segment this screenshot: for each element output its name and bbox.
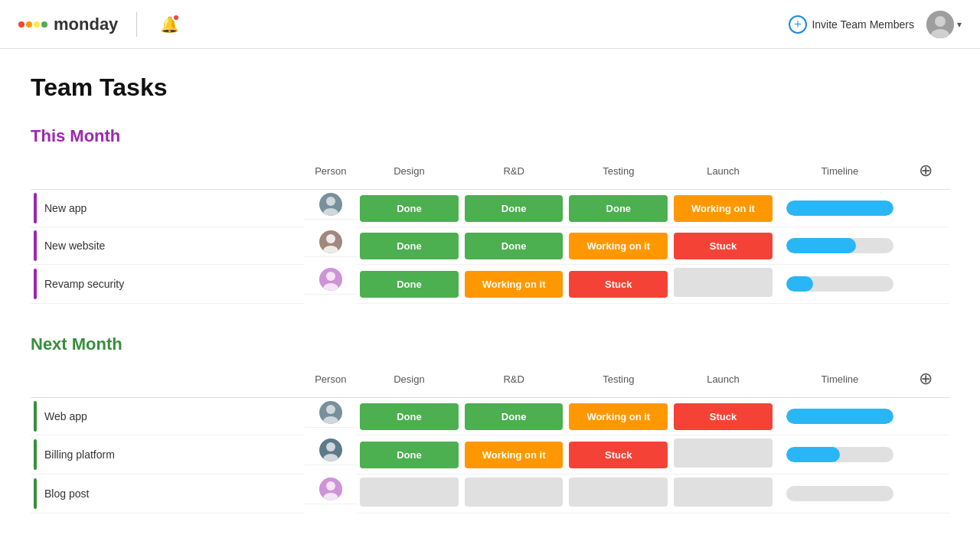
user-avatar-wrap[interactable]: ▾ [926, 11, 962, 38]
launch-status-cell[interactable]: Working on it [671, 190, 776, 227]
col-header-launch: Launch [671, 360, 776, 398]
col-header-launch: Launch [671, 152, 776, 190]
svg-point-13 [326, 405, 335, 414]
table-row: Billing platform Done Wo [31, 435, 949, 474]
rnd-status-cell[interactable]: Done [462, 190, 567, 227]
status-working-badge: Working on it [674, 195, 773, 222]
timeline-bar-container [786, 276, 893, 292]
section-title-this-month: This Month [31, 126, 120, 146]
task-name-cell: Web app [31, 398, 305, 435]
section-this-month: This Month Person Design R&D Testing Lau… [31, 126, 949, 304]
rnd-status-cell[interactable]: Done [462, 227, 567, 265]
status-empty [674, 478, 773, 507]
testing-status-cell[interactable]: Stuck [566, 265, 671, 304]
svg-point-10 [326, 272, 335, 281]
testing-status-cell[interactable]: Done [566, 190, 671, 227]
testing-status-cell[interactable]: Stuck [566, 435, 671, 474]
status-empty [674, 268, 773, 297]
status-empty [569, 478, 668, 507]
design-status-cell[interactable]: Done [357, 435, 462, 474]
timeline-cell [776, 435, 904, 474]
col-header-testing: Testing [566, 152, 671, 190]
svg-point-7 [326, 234, 335, 243]
person-cell [305, 435, 358, 465]
person-cell [305, 265, 358, 295]
notification-bell[interactable]: 🔔 [155, 11, 183, 38]
section-next-month-header: Next Month [31, 334, 949, 354]
header: monday 🔔 ＋ Invite Team Members ▾ [0, 0, 980, 49]
status-stuck-badge: Stuck [569, 271, 668, 298]
design-status-cell[interactable]: Done [357, 398, 462, 435]
task-name: New website [44, 240, 302, 252]
invite-button[interactable]: ＋ Invite Team Members [789, 15, 914, 34]
launch-status-cell[interactable] [671, 265, 776, 304]
design-status-cell[interactable]: Done [357, 227, 462, 265]
col-header-person: Person [305, 360, 358, 398]
status-working-badge: Working on it [465, 442, 564, 468]
avatar [319, 268, 342, 291]
launch-status-cell[interactable]: Stuck [671, 227, 776, 265]
add-column-button-this-month[interactable]: ⊕ [913, 158, 938, 183]
timeline-bar-fill [786, 276, 813, 292]
status-done-badge: Done [360, 271, 459, 298]
person-cell [305, 398, 358, 428]
row-indicator [34, 478, 37, 509]
section-next-month: Next Month Person Design R&D Testing Lau… [31, 334, 949, 514]
launch-status-cell[interactable] [671, 474, 776, 514]
rnd-status-cell[interactable]: Done [462, 398, 567, 435]
notification-badge [172, 14, 180, 21]
status-done-badge: Done [360, 195, 459, 222]
status-empty [360, 478, 459, 507]
launch-status-cell[interactable] [671, 435, 776, 474]
rnd-status-cell[interactable]: Working on it [462, 435, 567, 474]
testing-status-cell[interactable] [566, 474, 671, 514]
timeline-bar-container [786, 447, 893, 462]
table-row: Revamp security Done Wor [31, 265, 949, 304]
section-this-month-header: This Month [31, 126, 949, 146]
testing-status-cell[interactable]: Working on it [566, 227, 671, 265]
col-header-design: Design [357, 360, 462, 398]
timeline-cell [776, 190, 904, 227]
status-working-badge: Working on it [569, 233, 668, 259]
launch-status-cell[interactable]: Stuck [671, 398, 776, 435]
status-working-badge: Working on it [465, 271, 564, 298]
task-name-cell: Blog post [31, 474, 305, 514]
table-row: New app Done Done [31, 190, 949, 227]
user-svg [926, 11, 954, 38]
timeline-bar-container [786, 486, 893, 501]
person-cell [305, 190, 358, 220]
row-action-cell [904, 398, 949, 435]
task-name-cell: New website [31, 227, 305, 265]
page-title: Team Tasks [31, 73, 949, 102]
timeline-bar-fill [786, 238, 856, 253]
design-status-cell[interactable] [357, 474, 462, 514]
dot-orange [26, 21, 32, 28]
invite-plus-icon: ＋ [789, 15, 807, 34]
rnd-status-cell[interactable] [462, 474, 567, 514]
table-row: Blog post [31, 474, 949, 514]
timeline-cell [776, 227, 904, 265]
add-column-button-next-month[interactable]: ⊕ [913, 367, 938, 391]
timeline-bar-container [786, 238, 893, 253]
status-empty [674, 439, 773, 468]
timeline-bar-container [786, 409, 893, 424]
testing-status-cell[interactable]: Working on it [566, 398, 671, 435]
col-header-design: Design [357, 152, 462, 190]
dot-green [41, 21, 47, 28]
task-name-cell: Billing platform [31, 435, 305, 474]
timeline-cell [776, 265, 904, 304]
avatar [319, 439, 342, 461]
svg-point-4 [326, 197, 335, 206]
row-indicator [34, 269, 37, 299]
status-stuck-badge: Stuck [674, 403, 773, 430]
timeline-bar-fill [786, 447, 840, 462]
task-name-cell: Revamp security [31, 265, 305, 304]
timeline-bar-fill [786, 201, 893, 216]
design-status-cell[interactable]: Done [357, 190, 462, 227]
task-name: Blog post [44, 487, 302, 500]
row-indicator [34, 439, 37, 470]
design-status-cell[interactable]: Done [357, 265, 462, 304]
rnd-status-cell[interactable]: Working on it [462, 265, 567, 304]
timeline-bar-fill [786, 409, 893, 424]
row-action-cell [904, 265, 949, 304]
